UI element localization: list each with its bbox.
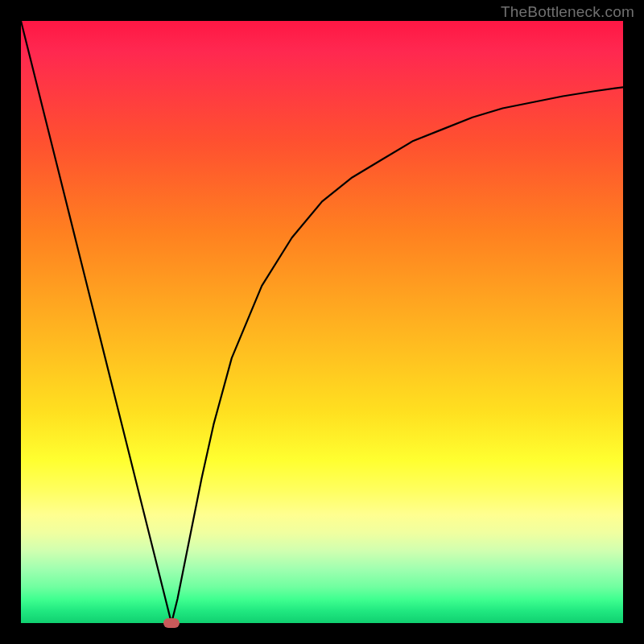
optimal-point-marker <box>163 618 180 628</box>
chart-plot-area <box>21 21 623 623</box>
watermark-text: TheBottleneck.com <box>501 3 634 21</box>
bottleneck-curve <box>21 21 623 623</box>
